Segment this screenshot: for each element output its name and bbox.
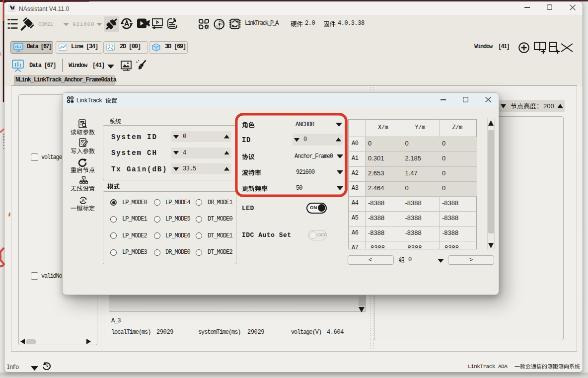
svg-text:A: A [81,198,85,203]
